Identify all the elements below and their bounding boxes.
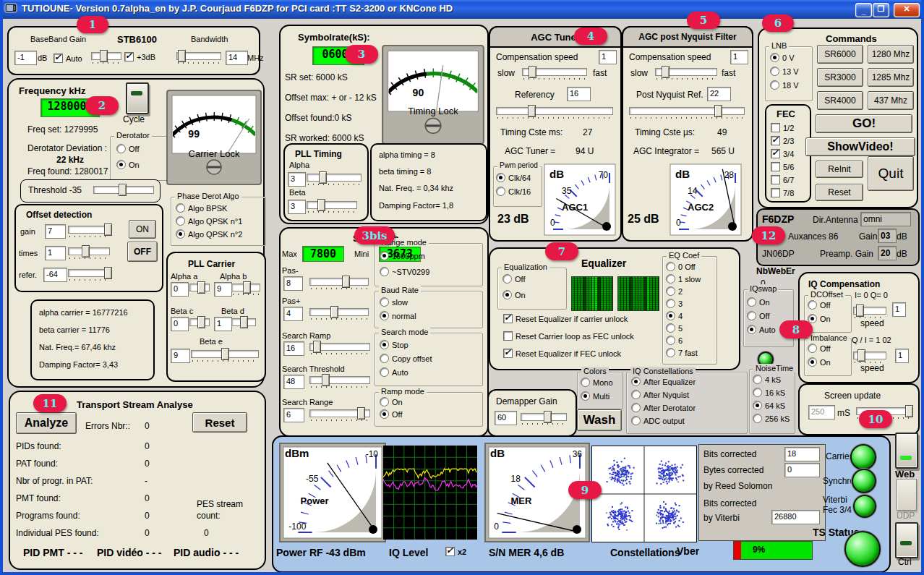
ctrl-toggle[interactable] [895, 522, 918, 558]
eqcoef-4-radio[interactable]: 4 [666, 311, 683, 320]
after-derotator-radio[interactable]: After Derotator [631, 403, 696, 412]
dcoffset-off-radio[interactable]: Off [808, 300, 830, 310]
pll-timing-alpha-field[interactable]: 3 [288, 172, 306, 187]
search-auto-radio[interactable]: Auto [380, 367, 408, 377]
equalization-on-radio[interactable]: On [502, 290, 526, 299]
alpha-b-field[interactable]: 9 [214, 282, 232, 297]
pas-plus-slider[interactable] [309, 305, 369, 320]
sr3000-button[interactable]: SR3000 [817, 68, 863, 87]
beta-d-slider[interactable] [231, 315, 256, 330]
eqcoef-3-radio[interactable]: 3 [666, 299, 683, 308]
alpha-a-slider[interactable] [189, 281, 210, 295]
pas-minus-slider[interactable] [309, 275, 369, 289]
pwm-clk16-radio[interactable]: Clk/16 [496, 187, 531, 196]
baud-slow-radio[interactable]: slow [380, 297, 408, 307]
pll-timing-beta-field[interactable]: 3 [288, 200, 306, 214]
nyq-comp-slider[interactable] [655, 65, 717, 80]
reset-button[interactable]: Reset [816, 184, 863, 201]
x2-checkbox[interactable]: x2 [445, 547, 466, 556]
algo-bpsk-radio[interactable]: Algo BPSK [176, 203, 227, 213]
eqcoef-6-radio[interactable]: 6 [666, 336, 683, 345]
ts-reset-button[interactable]: Reset [192, 412, 247, 433]
freq-437-button[interactable]: 437 Mhz [868, 91, 914, 110]
screen-update-field[interactable]: 250 [808, 405, 835, 419]
eqcoef-7-radio[interactable]: 7 fast [666, 348, 698, 357]
offset-gain-slider[interactable] [68, 223, 110, 237]
pll-timing-alpha-slider[interactable] [307, 171, 362, 185]
plus3db-checkbox[interactable]: +3dB [124, 52, 155, 61]
ramp-on-radio[interactable]: On [380, 397, 403, 406]
fec-78-checkbox[interactable]: 7/8 [771, 188, 794, 197]
offset-refer-field[interactable]: -64 [43, 268, 67, 282]
offset-on-button[interactable]: ON [129, 220, 156, 239]
pas-plus-field[interactable]: 4 [283, 307, 303, 321]
offset-refer-slider[interactable] [68, 266, 110, 281]
iqswap-on-radio[interactable]: On [747, 297, 770, 307]
beta-d-field[interactable]: 1 [214, 317, 232, 331]
beta-c-field[interactable]: 0 [171, 317, 189, 331]
noise-256ks-radio[interactable]: 256 kS [753, 414, 790, 423]
derotator-off-radio[interactable]: Off [116, 144, 139, 153]
offset-gain-field[interactable]: 7 [45, 224, 66, 239]
search-range-slider[interactable] [309, 406, 370, 421]
imbalance-on-radio[interactable]: On [808, 357, 831, 367]
offset-times-field[interactable]: 1 [45, 246, 66, 260]
pas-minus-field[interactable]: 8 [283, 276, 303, 291]
search-stop-radio[interactable]: Stop [380, 340, 408, 349]
dcoffset-speed-slider[interactable] [853, 304, 886, 318]
close-button[interactable]: ✕ [894, 3, 920, 17]
colors-mono-radio[interactable]: Mono [581, 378, 613, 387]
eqcoef-5-radio[interactable]: 5 [666, 323, 683, 333]
search-copy-offset-radio[interactable]: Copy offset [380, 354, 432, 363]
showvideo-button[interactable]: ShowVideo! [805, 137, 915, 156]
sr-max-field[interactable]: 7800 [302, 246, 344, 262]
web-toggle[interactable] [895, 433, 918, 469]
reset-eq-fec-checkbox[interactable]: Reset Equalizer if FEC unlock [503, 349, 621, 358]
search-threshold-field[interactable]: 48 [283, 375, 304, 389]
fec-34-checkbox[interactable]: 3/4 [771, 149, 794, 158]
bandwidth-field[interactable]: 14 [226, 51, 248, 65]
gain-field[interactable]: 03 [878, 229, 897, 243]
demapper-gain-slider[interactable] [521, 410, 567, 425]
go-button[interactable]: GO! [816, 114, 912, 133]
alpha-b-slider[interactable] [231, 281, 260, 295]
udp-button[interactable] [897, 479, 917, 511]
after-nyquist-radio[interactable]: After Nyquist [631, 390, 689, 399]
search-threshold-slider[interactable] [309, 373, 370, 388]
baud-normal-radio[interactable]: normal [380, 311, 416, 320]
offset-times-slider[interactable] [68, 244, 110, 259]
maximize-button[interactable]: ❐ [873, 3, 889, 17]
noise-16ks-radio[interactable]: 16 kS [753, 388, 785, 397]
dcoffset-on-radio[interactable]: On [808, 314, 831, 323]
fec-67-checkbox[interactable]: 6/7 [771, 175, 794, 184]
lnb-18v-radio[interactable]: 18 V [770, 80, 799, 90]
dcoffset-speed-field[interactable]: 1 [892, 302, 906, 317]
iqswap-off-radio[interactable]: Off [747, 311, 769, 320]
freq-1280-button[interactable]: 1280 Mhz [868, 45, 914, 64]
search-range-field[interactable]: 6 [283, 408, 304, 422]
beta-e-field[interactable]: 9 [171, 349, 190, 363]
sr4000-button[interactable]: SR4000 [817, 91, 863, 110]
range-1600ppm-radio[interactable]: 1600ppm [380, 251, 425, 260]
preamp-field[interactable]: 20 [878, 246, 897, 260]
search-ramp-slider[interactable] [309, 340, 370, 354]
quit-button[interactable]: Quit [868, 156, 914, 191]
threshold-slider[interactable] [93, 183, 154, 197]
demapper-gain-field[interactable]: 60 [495, 411, 517, 425]
analyze-button[interactable]: Analyze [16, 412, 77, 434]
post-nyquist-ref-field[interactable]: 22 [707, 87, 731, 101]
adc-output-radio[interactable]: ADC output [631, 416, 685, 425]
offset-off-button[interactable]: OFF [127, 242, 158, 262]
minimize-button[interactable]: _ [855, 3, 872, 17]
sr6000-button[interactable]: SR6000 [817, 45, 863, 64]
eqcoef-0-radio[interactable]: 0 Off [666, 262, 696, 271]
after-equalizer-radio[interactable]: After Equalizer [631, 377, 696, 386]
lnb-0v-radio[interactable]: 0 V [770, 53, 795, 62]
derotator-on-radio[interactable]: On [116, 160, 140, 169]
noise-4ks-radio[interactable]: 4 kS [753, 375, 781, 384]
algo-qpsk2-radio[interactable]: Algo QPSK n°2 [176, 229, 242, 239]
bandwidth-slider[interactable] [176, 49, 221, 64]
referency-field[interactable]: 16 [567, 87, 591, 101]
auto-checkbox[interactable]: Auto [54, 54, 82, 63]
alpha-a-field[interactable]: 0 [171, 282, 189, 297]
